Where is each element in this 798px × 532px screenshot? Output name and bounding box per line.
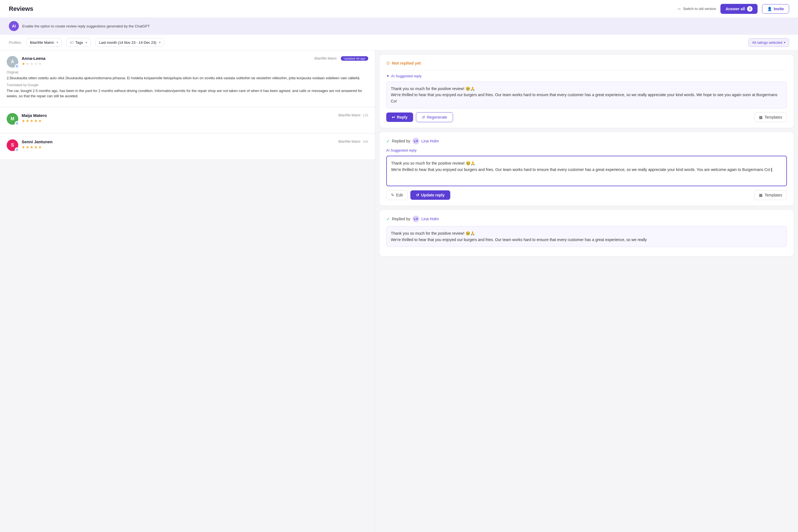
ai-spark-icon: ✦ (386, 74, 390, 78)
date-chevron-icon: ▾ (159, 41, 161, 44)
review-date: 12d (363, 113, 368, 117)
star-rating: ★ ★ ★ ★ ★ (22, 61, 368, 66)
answer-all-label: Answer all (725, 7, 745, 11)
switch-version-label: Switch to old version (683, 7, 716, 11)
replied-icon: ✓ (386, 138, 390, 144)
ai-label-text: AI Suggested reply (391, 74, 422, 78)
star-4: ★ (34, 145, 38, 149)
not-replied-text: Not replied yet (392, 61, 421, 65)
avatar-initial: M (11, 116, 14, 121)
ratings-label: All ratings selected (752, 40, 782, 44)
star-4: ★ (34, 119, 38, 123)
notification-banner: AI Enable the option to create review re… (0, 18, 798, 35)
review-card[interactable]: M G Maija Matero Bilar99e Malmi 12d ★ ★ (0, 108, 375, 133)
star-1: ★ (22, 61, 25, 66)
templates-icon-2: ▦ (759, 193, 762, 197)
answer-all-button[interactable]: Answer all 1 (720, 4, 758, 14)
reviewer-name-row: Maija Matero Bilar99e Malmi 12d (22, 113, 368, 118)
replied-text: Replied by (392, 139, 410, 143)
reply-panel: ⊙ Not replied yet ✦ AI Suggested reply T… (375, 51, 798, 532)
edit-icon: ✎ (391, 193, 394, 197)
main-layout: A G Anna-Leena Bilar99e Malmi Updated 4d… (0, 51, 798, 532)
review-text-section: Original: 2,5kuukautta sitten ostettu au… (7, 70, 368, 99)
reply-actions: ↩ Reply ↺ Regenerate ▦ Templates (386, 112, 787, 122)
update-reply-icon: ↺ (416, 193, 419, 197)
switch-icon: ↔ (677, 6, 681, 11)
star-1: ★ (22, 145, 25, 149)
profile-name: Bilar99e Malmi (338, 113, 360, 117)
regenerate-button[interactable]: ↺ Regenerate (416, 112, 453, 122)
star-5: ★ (38, 61, 42, 66)
reviewer-name-row: Senni Jantunen Bilar99e Malmi 16d (22, 139, 368, 144)
reviewer-info: Maija Matero Bilar99e Malmi 12d ★ ★ ★ ★ … (22, 113, 368, 123)
reply-text-box-3: Thank you so much for the positive revie… (386, 226, 787, 247)
review-card[interactable]: S G Senni Jantunen Bilar99e Malmi 16d ★ … (0, 134, 375, 159)
reviewer-name: Maija Matero (22, 113, 47, 118)
update-reply-label: Update reply (421, 193, 445, 197)
author-avatar: LH (413, 138, 419, 144)
notification-text: Enable the option to create review reply… (22, 24, 150, 28)
star-3: ★ (30, 119, 34, 123)
review-card[interactable]: A G Anna-Leena Bilar99e Malmi Updated 4d… (0, 51, 375, 107)
reviewer-name: Senni Jantunen (22, 139, 53, 144)
reviewer-name-row: Anna-Leena Bilar99e Malmi Updated 4d ago (22, 56, 368, 61)
invite-button[interactable]: 👤 Invite (762, 4, 789, 14)
star-4: ★ (34, 61, 38, 66)
platform-badge: G (15, 147, 19, 152)
regenerate-label: Regenerate (427, 115, 447, 119)
reply-card-3: ✓ Replied by LH Lina Holm Thank you so m… (380, 210, 794, 256)
star-rating: ★ ★ ★ ★ ★ (22, 145, 368, 149)
date-range-dropdown[interactable]: Last month (14 Nov 23 - 14 Dec 23) ▾ (95, 38, 164, 47)
review-original-text: 2,5kuukautta sitten ostettu auto ollut 2… (7, 75, 368, 81)
tags-dropdown[interactable]: 🏷 Tags ▾ (66, 38, 91, 47)
reply-card-1: ⊙ Not replied yet ✦ AI Suggested reply T… (380, 55, 794, 128)
page-title: Reviews (9, 5, 33, 13)
templates-button-1[interactable]: ▦ Templates (754, 112, 787, 122)
profiles-label: Profiles: (9, 40, 22, 44)
star-1: ★ (22, 119, 25, 123)
review-translated-text: The car, bought 2.5 months ago, has been… (7, 88, 368, 99)
ratings-chevron-icon: ▾ (784, 41, 785, 44)
reply-button[interactable]: ↩ Reply (386, 113, 413, 122)
edit-button[interactable]: ✎ Edit (386, 190, 407, 200)
edit-label: Edit (396, 193, 403, 197)
filters-bar: Profiles: Bilar99e Malmi ▾ 🏷 Tags ▾ Last… (0, 35, 798, 51)
replied-icon-3: ✓ (386, 216, 390, 222)
star-3: ★ (30, 61, 34, 66)
original-label: Original: (7, 70, 368, 74)
invite-label: Invite (774, 7, 784, 11)
top-header: Reviews ↔ Switch to old version Answer a… (0, 0, 798, 18)
star-5: ★ (38, 119, 42, 123)
regenerate-icon: ↺ (422, 115, 425, 119)
update-reply-button[interactable]: ↺ Update reply (410, 190, 450, 200)
templates-label-1: Templates (764, 115, 782, 119)
platform-badge: G (15, 64, 19, 69)
star-3: ★ (30, 145, 34, 149)
date-range-label: Last month (14 Nov 23 - 14 Dec 23) (99, 40, 156, 44)
ai-suggested-label-2: AI Suggested reply (386, 148, 787, 152)
not-replied-header: ⊙ Not replied yet (386, 60, 787, 66)
header-actions: ↔ Switch to old version Answer all 1 👤 I… (677, 4, 789, 14)
answer-all-badge: 1 (747, 6, 753, 12)
reply-icon: ↩ (392, 115, 395, 119)
reply-text-editable[interactable]: Thank you so much for the positive revie… (386, 156, 787, 186)
star-2: ★ (26, 145, 30, 149)
reviewer-avatar: A G (7, 56, 18, 68)
star-5: ★ (38, 145, 42, 149)
translated-label: Translated by Google: (7, 83, 368, 87)
templates-icon-1: ▦ (759, 115, 762, 119)
author-name: Lina Holm (421, 139, 439, 143)
reviewer-avatar: M G (7, 113, 18, 125)
ratings-dropdown[interactable]: All ratings selected ▾ (748, 38, 789, 47)
star-2: ★ (26, 61, 30, 66)
switch-version-link[interactable]: ↔ Switch to old version (677, 6, 716, 11)
tag-icon: 🏷 (70, 40, 74, 44)
profiles-dropdown[interactable]: Bilar99e Malmi ▾ (26, 38, 62, 47)
updated-badge: Updated 4d ago (341, 56, 368, 61)
review-date: 16d (363, 140, 368, 144)
not-replied-icon: ⊙ (386, 60, 390, 66)
reply-actions-2: ✎ Edit ↺ Update reply ▦ Templates (386, 190, 787, 200)
templates-button-2[interactable]: ▦ Templates (754, 190, 787, 200)
review-header: S G Senni Jantunen Bilar99e Malmi 16d ★ … (7, 139, 368, 151)
reply-text-box: Thank you so much for the positive revie… (386, 81, 787, 108)
